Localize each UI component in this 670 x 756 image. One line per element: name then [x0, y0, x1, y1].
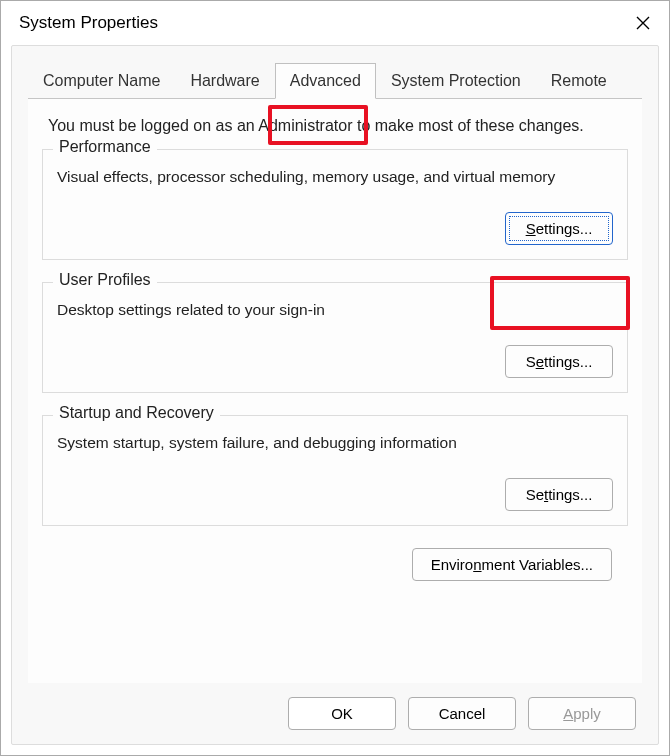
user-profiles-group: User Profiles Desktop settings related t…	[42, 282, 628, 393]
admin-notice: You must be logged on as an Administrato…	[48, 117, 630, 135]
close-button[interactable]	[629, 9, 657, 37]
content-area: Computer Name Hardware Advanced System P…	[11, 45, 659, 745]
tab-computer-name[interactable]: Computer Name	[28, 63, 175, 99]
system-properties-window: System Properties Computer Name Hardware…	[0, 0, 670, 756]
tab-strip: Computer Name Hardware Advanced System P…	[12, 52, 658, 98]
environment-variables-button[interactable]: Environment Variables...	[412, 548, 612, 581]
user-profiles-settings-button[interactable]: Settings...	[505, 345, 613, 378]
tab-hardware[interactable]: Hardware	[175, 63, 274, 99]
ok-button[interactable]: OK	[288, 697, 396, 730]
window-title: System Properties	[19, 13, 158, 33]
apply-button[interactable]: Apply	[528, 697, 636, 730]
tab-remote[interactable]: Remote	[536, 63, 622, 99]
cancel-button[interactable]: Cancel	[408, 697, 516, 730]
user-profiles-desc: Desktop settings related to your sign-in	[57, 301, 613, 319]
performance-legend: Performance	[53, 138, 157, 156]
startup-recovery-legend: Startup and Recovery	[53, 404, 220, 422]
startup-recovery-settings-button[interactable]: Settings...	[505, 478, 613, 511]
performance-desc: Visual effects, processor scheduling, me…	[57, 168, 613, 186]
user-profiles-legend: User Profiles	[53, 271, 157, 289]
tab-advanced[interactable]: Advanced	[275, 63, 376, 99]
performance-settings-button[interactable]: Settings...	[505, 212, 613, 245]
advanced-tab-pane: You must be logged on as an Administrato…	[28, 98, 642, 683]
close-icon	[635, 15, 651, 31]
titlebar: System Properties	[1, 1, 669, 45]
startup-recovery-group: Startup and Recovery System startup, sys…	[42, 415, 628, 526]
startup-recovery-desc: System startup, system failure, and debu…	[57, 434, 613, 452]
tab-system-protection[interactable]: System Protection	[376, 63, 536, 99]
performance-group: Performance Visual effects, processor sc…	[42, 149, 628, 260]
dialog-buttons: OK Cancel Apply	[12, 683, 658, 744]
